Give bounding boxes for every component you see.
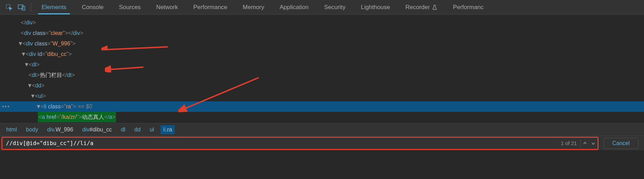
dom-line-match[interactable]: <a href="/ka/zr/">动态真人</a>	[0, 112, 644, 122]
tabs-container: Elements Console Sources Network Perform…	[34, 0, 491, 14]
tab-lighthouse[interactable]: Lighthouse	[353, 0, 398, 14]
dom-line[interactable]: </div>	[0, 17, 644, 28]
tab-recorder-label: Recorder	[406, 4, 430, 11]
svg-rect-1	[18, 5, 23, 9]
dom-line[interactable]: ▼<dl>	[0, 59, 644, 70]
breadcrumb: html body div.W_996 div#dibu_cc dl dd ul…	[0, 123, 644, 136]
dom-line[interactable]: ▼<dd>	[0, 80, 644, 91]
crumb-div-dibu[interactable]: div#dibu_cc	[79, 125, 115, 134]
search-prev-icon[interactable]	[581, 139, 589, 148]
tab-memory[interactable]: Memory	[235, 0, 272, 14]
crumb-li-ra[interactable]: li.ra	[160, 125, 175, 134]
tab-network[interactable]: Network	[149, 0, 186, 14]
search-result-count: 1 of 21	[561, 140, 580, 146]
dom-line-selected[interactable]: ▼<li class="ra"> == $0	[0, 101, 644, 112]
tab-sources[interactable]: Sources	[111, 0, 148, 14]
tab-elements[interactable]: Elements	[34, 0, 74, 14]
dom-line[interactable]: ▼<div class="W_996">	[0, 38, 644, 49]
dom-line[interactable]: ▼<div id="dibu_cc">	[0, 49, 644, 59]
inspect-element-icon[interactable]	[3, 1, 15, 14]
dom-line[interactable]: </li>	[0, 122, 644, 123]
flask-icon	[432, 5, 437, 10]
dom-line[interactable]: <div class="clear"></div>	[0, 28, 644, 38]
search-box-highlight: 1 of 21	[1, 137, 599, 150]
search-nav	[580, 139, 598, 148]
dom-tree-panel[interactable]: </div> <div class="clear"></div> ▼<div c…	[0, 15, 644, 123]
crumb-dd[interactable]: dd	[131, 125, 143, 134]
search-input[interactable]	[2, 140, 561, 146]
cancel-button[interactable]: Cancel	[603, 138, 638, 149]
crumb-body[interactable]: body	[23, 125, 41, 134]
crumb-dl[interactable]: dl	[118, 125, 128, 134]
search-next-icon[interactable]	[589, 139, 598, 148]
crumb-ul[interactable]: ul	[147, 125, 157, 134]
svg-rect-2	[22, 6, 25, 10]
dom-line[interactable]: <dt>热门栏目</dt>	[0, 70, 644, 80]
tab-separator	[31, 3, 31, 12]
tab-security[interactable]: Security	[316, 0, 353, 14]
device-toggle-icon[interactable]	[15, 1, 28, 14]
dom-line[interactable]: ▼<ul>	[0, 91, 644, 101]
tab-application[interactable]: Application	[272, 0, 316, 14]
crumb-div-w996[interactable]: div.W_996	[44, 125, 76, 134]
tab-performance[interactable]: Performance	[186, 0, 235, 14]
tab-performance-insights[interactable]: Performanc	[445, 0, 491, 14]
devtools-tab-bar: Elements Console Sources Network Perform…	[0, 0, 644, 15]
tab-console[interactable]: Console	[74, 0, 111, 14]
search-bar: 1 of 21 Cancel	[0, 136, 644, 150]
crumb-html[interactable]: html	[3, 125, 20, 134]
tab-recorder[interactable]: Recorder	[398, 0, 445, 14]
